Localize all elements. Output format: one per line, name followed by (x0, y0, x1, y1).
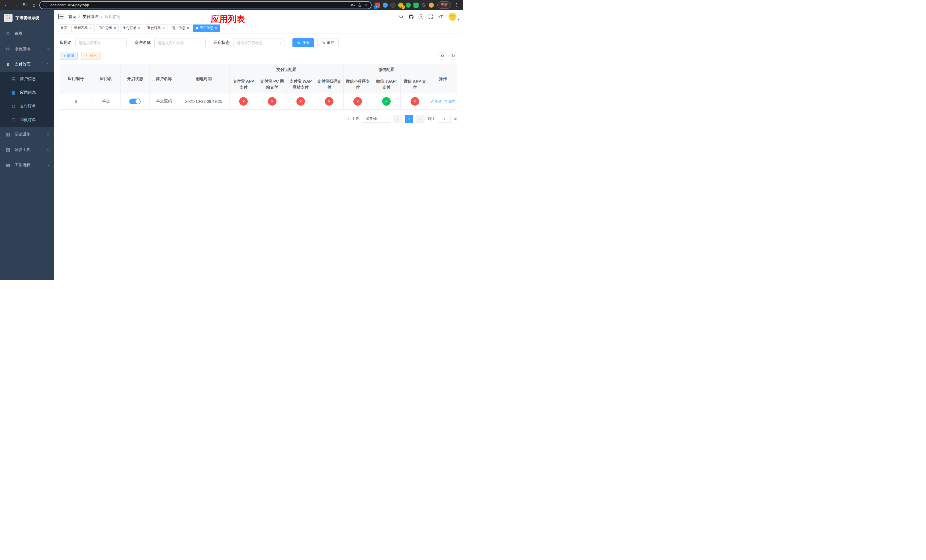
header-search-icon[interactable] (399, 14, 404, 19)
tab-home[interactable]: 首页 (58, 24, 70, 32)
toggle-search-button[interactable] (439, 52, 446, 60)
yen-icon: ¥ (5, 62, 11, 67)
tab-close-icon[interactable]: × (113, 26, 117, 30)
github-icon[interactable] (409, 14, 414, 20)
sidebar-item-payment[interactable]: ¥ 支付管理 (0, 57, 54, 72)
goto-suffix: 页 (454, 116, 457, 121)
prev-page-button[interactable]: ‹ (393, 115, 402, 123)
edit-link[interactable]: 修改 (431, 99, 441, 104)
app-name-label: 应用名 (60, 40, 72, 45)
add-button[interactable]: + 新增 (60, 52, 78, 60)
extension-icon-5[interactable] (406, 3, 411, 8)
extension-icon-3[interactable] (390, 3, 395, 8)
url-text[interactable]: localhost:1024/pay/app (50, 3, 348, 7)
tab-process-form[interactable]: 流程表单 × (71, 24, 95, 32)
breadcrumb-home[interactable]: 首页 (68, 14, 76, 20)
tab-close-icon[interactable]: × (138, 26, 141, 30)
delete-link[interactable]: 删除 (445, 99, 455, 104)
page-size-select[interactable]: 10条/页 (362, 115, 390, 123)
sidebar-item-infra[interactable]: ▥ 基础设施 (0, 127, 54, 142)
extension-icon-4[interactable]: 1 (398, 3, 403, 8)
tab-close-icon[interactable]: × (162, 26, 165, 30)
search-button[interactable]: 搜索 (292, 38, 314, 47)
tab-user-group[interactable]: 用户分组 × (96, 24, 119, 32)
profile-avatar-icon[interactable] (429, 3, 434, 8)
reset-button[interactable]: ↻ 重置 (318, 38, 339, 47)
col-wx-app: 微信 APP 支付 (401, 75, 429, 94)
sidebar-item-workflow[interactable]: ▨ 工作流程 (0, 157, 54, 173)
refresh-icon: ↻ (452, 53, 455, 58)
fullscreen-icon[interactable] (428, 14, 433, 19)
tab-label: 用户分组 (98, 26, 112, 30)
col-wx-mini: 微信小程序支付 (343, 75, 372, 94)
infrastructure-icon: ▥ (5, 132, 11, 137)
sidebar-item-label: 研发工具 (15, 147, 30, 152)
enable-switch[interactable] (129, 98, 141, 104)
font-size-icon[interactable]: тT (438, 14, 443, 19)
browser-back-icon[interactable]: ← (3, 2, 10, 9)
config-status-icon: × (411, 97, 419, 106)
sidebar-item-home[interactable]: ⊙ 首页 (0, 26, 54, 41)
app-logo-row[interactable]: 芋道管理系统 (0, 10, 54, 26)
tab-close-icon[interactable]: × (215, 26, 218, 30)
browser-toolbar: ← → ↻ ⌂ i localhost:1024/pay/app ☆ 10 1 … (0, 0, 463, 10)
sidebar-item-refund-order[interactable]: ▢ 退款订单 (0, 113, 54, 127)
table-toolbar: + 新增 导出 ↻ (60, 52, 457, 60)
config-status-icon: × (353, 97, 362, 106)
browser-menu-icon[interactable]: ⋮ (453, 2, 460, 9)
tab-close-icon[interactable]: × (89, 26, 92, 30)
status-select[interactable] (233, 38, 284, 47)
config-status-icon: × (325, 97, 333, 106)
sidebar-item-app-info[interactable]: ▦ 应用信息 (0, 86, 54, 100)
group-alipay-config: 支付宝配置 (229, 64, 343, 75)
sidebar-item-label: 商户信息 (20, 76, 36, 82)
sidebar-item-label: 支付管理 (15, 62, 30, 67)
page-number-button[interactable]: 1 (405, 115, 413, 123)
browser-update-button[interactable]: 更新 (437, 2, 451, 9)
cell-merchant: 芋道源码 (150, 94, 178, 109)
app-name-input[interactable] (76, 38, 127, 47)
browser-forward-icon[interactable]: → (12, 2, 20, 9)
sidebar-item-pay-order[interactable]: ◎ 支付订单 (0, 100, 54, 113)
col-alipay-pc: 支付宝 PC 网站支付 (258, 75, 286, 94)
extensions-puzzle-icon[interactable] (421, 3, 426, 8)
help-icon[interactable]: ? (419, 14, 424, 19)
sidebar-item-merchant-info[interactable]: ▤ 商户信息 (0, 72, 54, 86)
url-input[interactable]: i localhost:1024/pay/app ☆ (39, 1, 372, 9)
bookmark-star-icon[interactable]: ☆ (364, 3, 368, 8)
app-grid-icon: ▦ (11, 90, 16, 95)
share-icon[interactable] (358, 3, 362, 7)
edit-pencil-icon (431, 100, 434, 103)
active-dot (196, 27, 198, 29)
extension-badge: 1 (402, 5, 405, 9)
browser-home-icon[interactable]: ⌂ (30, 2, 38, 9)
tab-app-info[interactable]: 应用信息 × (193, 24, 220, 32)
hamburger-icon[interactable] (58, 14, 64, 20)
col-alipay-app: 支付宝 APP 支付 (229, 75, 258, 94)
chevron-down-icon: ▾ (458, 18, 459, 21)
sidebar-item-system[interactable]: ⚙ 系统管理 (0, 41, 54, 57)
user-avatar[interactable]: ▾ (448, 12, 459, 21)
site-info-icon[interactable]: i (43, 3, 47, 7)
tab-merchant-info[interactable]: 商户信息 × (169, 24, 192, 32)
col-actions: 操作 (429, 64, 457, 94)
password-key-icon[interactable] (351, 3, 356, 8)
tab-close-icon[interactable]: × (186, 26, 189, 30)
extension-icon-6[interactable] (413, 3, 419, 8)
merchant-name-input[interactable] (154, 38, 206, 47)
breadcrumb-payment[interactable]: 支付管理 (83, 14, 98, 20)
refresh-table-button[interactable]: ↻ (449, 52, 457, 60)
export-button[interactable]: 导出 (81, 52, 100, 60)
browser-reload-icon[interactable]: ↻ (21, 2, 29, 9)
sidebar-item-devtools[interactable]: ▧ 研发工具 (0, 142, 54, 157)
tab-label: 应用信息 (200, 26, 213, 30)
breadcrumb: 首页 / 支付管理 / 应用信息 (68, 14, 121, 20)
tab-label: 首页 (61, 26, 68, 30)
extension-icon-2[interactable] (383, 3, 388, 8)
tab-pay-order[interactable]: 支付订单 × (120, 24, 143, 32)
dashboard-icon: ⊙ (5, 31, 11, 36)
goto-page-input[interactable] (438, 115, 451, 123)
extension-icon-1[interactable]: 10 (375, 3, 380, 8)
next-page-button[interactable]: › (416, 115, 425, 123)
tab-refund-order[interactable]: 退款订单 × (145, 24, 168, 32)
